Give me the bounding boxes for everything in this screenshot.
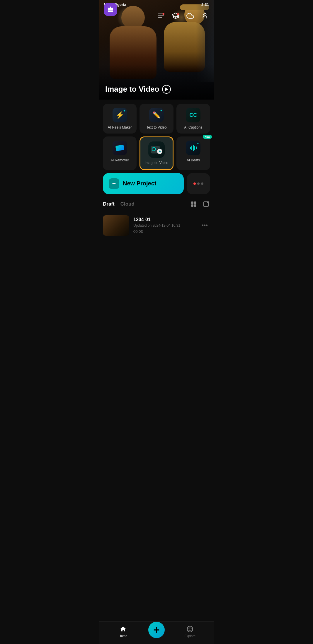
grid-view-button[interactable] [190,200,198,208]
new-badge: New [203,135,212,139]
new-project-label: New Project [123,180,156,187]
crown-logo[interactable] [104,3,117,16]
section-header: Draft Cloud [103,200,210,208]
tool-ai-captions[interactable]: CC AI Captions [176,104,210,134]
tool-ai-beats[interactable]: New ✦ AI Beats [176,136,210,170]
more-button[interactable] [187,173,210,194]
center-add-button[interactable] [148,622,165,638]
new-project-icon: + [109,178,119,189]
bottom-actions: + New Project [103,173,210,194]
draft-title: 1204-01 [133,217,195,222]
tool-text-video[interactable]: ✏️ ✦ Text to Video [140,104,173,134]
draft-info: 1204-01 Updated on 2024-12-04 10:31 00:0… [133,217,195,234]
text-video-icon: ✏️ ✦ [149,108,164,122]
ai-remover-label: AI Remover [110,158,129,162]
bottom-nav: Home Explore [99,621,214,644]
tool-grid: ⚡ ✦ AI Reels Maker ✏️ ✦ Text to Video CC… [103,100,210,173]
dot-2 [201,182,203,185]
ai-captions-label: AI Captions [184,125,202,129]
top-nav [156,11,210,21]
education-icon[interactable] [170,11,181,21]
image-video-label: Image to Video [145,161,169,165]
more-dots [193,182,203,185]
tool-ai-reels[interactable]: ⚡ ✦ AI Reels Maker [103,104,137,134]
svg-point-3 [162,13,164,15]
section-actions [190,200,210,208]
edit-view-button[interactable] [202,200,210,208]
ai-reels-label: AI Reels Maker [108,125,132,129]
nav-explore[interactable]: Explore [180,625,200,638]
image-video-icon: ✦ [148,141,165,158]
dot-1 [197,182,200,185]
draft-thumbnail [103,215,129,236]
svg-point-4 [177,13,179,15]
explore-label: Explore [185,634,195,638]
text-video-label: Text to Video [146,125,166,129]
ai-reels-icon: ⚡ ✦ [113,108,127,122]
tool-ai-remover[interactable]: AI Remover [103,136,137,170]
ai-beats-icon: ✦ [186,141,200,155]
draft-date: Updated on 2024-12-04 10:31 [133,223,195,228]
svg-point-5 [204,13,206,16]
hero-title[interactable]: Image to Video [105,85,171,94]
home-label: Home [119,634,127,638]
nav-home[interactable]: Home [113,625,133,638]
hero-play-button[interactable] [162,85,171,94]
list-icon[interactable] [156,11,166,21]
ai-captions-icon: CC [186,108,200,122]
tab-cloud[interactable]: Cloud [120,201,135,207]
draft-duration: 00:03 [133,229,195,234]
profile-icon[interactable] [200,11,210,21]
time-label: 2:31 [201,2,209,7]
draft-item[interactable]: 1204-01 Updated on 2024-12-04 10:31 00:0… [103,212,210,239]
section-tabs: Draft Cloud [103,201,135,207]
ai-beats-label: AI Beats [187,158,200,162]
tab-draft[interactable]: Draft [103,201,115,207]
home-icon [119,625,127,633]
explore-icon [186,625,194,633]
draft-list: 1204-01 Updated on 2024-12-04 10:31 00:0… [103,212,210,239]
ai-remover-icon [113,141,127,155]
tool-image-video[interactable]: ✦ Image to Video [140,136,173,170]
cloud-icon[interactable] [185,11,195,21]
new-project-button[interactable]: + New Project [103,173,184,194]
draft-menu-button[interactable]: ••• [199,222,210,229]
dot-red [193,182,196,185]
